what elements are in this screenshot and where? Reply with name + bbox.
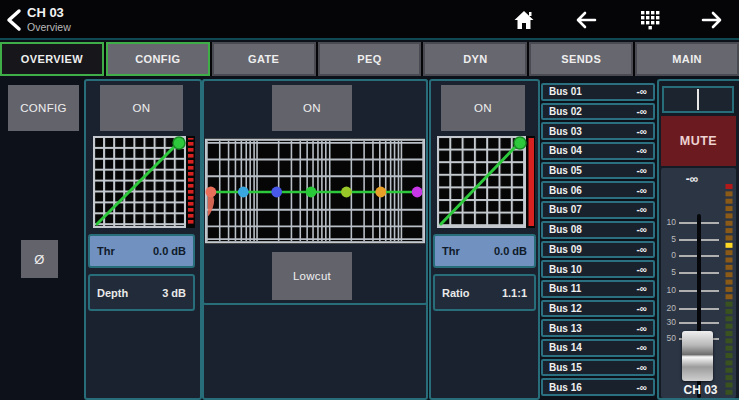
peq-band-4-handle bbox=[306, 187, 317, 198]
channel-title: CH 03 bbox=[27, 5, 64, 20]
scale-label: 20 bbox=[661, 303, 676, 313]
gate-curve-graph[interactable] bbox=[93, 136, 195, 228]
channel-overview-screen: CH 03 Overview OVERVIEW CONFIG GATE PEQ … bbox=[0, 0, 739, 400]
gate-depth-label: Depth bbox=[97, 287, 128, 299]
back-chevron-icon[interactable] bbox=[4, 7, 24, 33]
bus-send-row[interactable]: Bus 14-∞ bbox=[541, 339, 655, 357]
arrow-left-icon[interactable] bbox=[572, 8, 600, 32]
fader-panel: -∞ 10 5 0 5 10 20 30 50 CH 03 bbox=[661, 168, 736, 398]
dyn-threshold-field[interactable]: Thr 0.0 dB bbox=[433, 234, 536, 268]
fader-knob[interactable] bbox=[682, 331, 713, 381]
peq-band-1-handle bbox=[205, 187, 216, 198]
bus-send-row[interactable]: Bus 11-∞ bbox=[541, 280, 655, 298]
peq-on-button[interactable]: ON bbox=[272, 85, 352, 131]
peq-curve-graph[interactable] bbox=[205, 138, 425, 244]
gate-on-button[interactable]: ON bbox=[100, 85, 183, 131]
dyn-meter-strip bbox=[529, 138, 535, 226]
bus-send-row[interactable]: Bus 07-∞ bbox=[541, 201, 655, 219]
gate-meter-strip bbox=[188, 138, 194, 226]
tab-peq[interactable]: PEQ bbox=[318, 42, 422, 76]
main-level-readout: -∞ bbox=[661, 172, 723, 186]
peq-band-3-handle bbox=[271, 187, 282, 198]
home-icon[interactable] bbox=[510, 8, 538, 32]
gate-threshold-label: Thr bbox=[97, 245, 115, 257]
arrow-right-icon[interactable] bbox=[698, 8, 726, 32]
dyn-threshold-value: 0.0 dB bbox=[494, 245, 527, 257]
dialpad-icon[interactable] bbox=[636, 8, 664, 32]
bus-send-row[interactable]: Bus 09-∞ bbox=[541, 241, 655, 259]
bus-send-row[interactable]: Bus 04-∞ bbox=[541, 142, 655, 160]
gate-threshold-field[interactable]: Thr 0.0 dB bbox=[88, 234, 195, 268]
dyn-curve-graph[interactable] bbox=[437, 136, 535, 228]
tab-gate[interactable]: GATE bbox=[212, 42, 316, 76]
bus-send-row[interactable]: Bus 12-∞ bbox=[541, 300, 655, 318]
peq-band-6-handle bbox=[375, 187, 386, 198]
lowcut-button[interactable]: Lowcut bbox=[272, 252, 352, 300]
dyn-ratio-value: 1.1:1 bbox=[502, 287, 527, 299]
tab-main[interactable]: MAIN bbox=[635, 42, 739, 76]
peq-band-7-handle bbox=[412, 187, 423, 198]
page-subtitle: Overview bbox=[27, 21, 71, 33]
dyn-threshold-label: Thr bbox=[442, 245, 460, 257]
bus-send-row[interactable]: Bus 05-∞ bbox=[541, 162, 655, 180]
scale-label: 10 bbox=[661, 217, 676, 227]
tab-overview[interactable]: OVERVIEW bbox=[0, 42, 104, 76]
tab-sends[interactable]: SENDS bbox=[529, 42, 633, 76]
top-bar: CH 03 Overview bbox=[0, 0, 739, 40]
scale-label: 0 bbox=[661, 250, 676, 260]
gate-threshold-value: 0.0 dB bbox=[153, 245, 186, 257]
main-fader-strip: MUTE -∞ 10 5 0 5 10 20 30 50 CH 03 bbox=[657, 79, 739, 400]
bus-send-row[interactable]: Bus 06-∞ bbox=[541, 181, 655, 199]
bus-send-row[interactable]: Bus 02-∞ bbox=[541, 103, 655, 121]
dyn-threshold-handle bbox=[514, 137, 526, 149]
pan-control[interactable] bbox=[662, 86, 734, 113]
bus-send-row[interactable]: Bus 01-∞ bbox=[541, 83, 655, 101]
tab-dyn[interactable]: DYN bbox=[423, 42, 527, 76]
dyn-ratio-field[interactable]: Ratio 1.1:1 bbox=[433, 274, 536, 311]
peq-band-5-handle bbox=[341, 187, 352, 198]
scale-label: 30 bbox=[661, 317, 676, 327]
channel-name-label: CH 03 bbox=[661, 383, 739, 397]
scale-label: 50 bbox=[661, 333, 676, 343]
config-button[interactable]: CONFIG bbox=[8, 85, 79, 131]
sends-bus-list: Bus 01-∞ Bus 02-∞ Bus 03-∞ Bus 04-∞ Bus … bbox=[541, 83, 655, 396]
bus-send-row[interactable]: Bus 10-∞ bbox=[541, 260, 655, 278]
bus-send-row[interactable]: Bus 16-∞ bbox=[541, 378, 655, 396]
gate-depth-field[interactable]: Depth 3 dB bbox=[88, 274, 195, 311]
phase-invert-button[interactable]: Ø bbox=[21, 240, 58, 278]
gate-threshold-handle bbox=[173, 137, 185, 149]
bus-send-row[interactable]: Bus 15-∞ bbox=[541, 359, 655, 377]
bus-send-row[interactable]: Bus 13-∞ bbox=[541, 319, 655, 337]
scale-label: 5 bbox=[661, 234, 676, 244]
dyn-ratio-label: Ratio bbox=[442, 287, 470, 299]
tab-bar: OVERVIEW CONFIG GATE PEQ DYN SENDS MAIN bbox=[0, 42, 739, 76]
tab-config[interactable]: CONFIG bbox=[106, 42, 210, 76]
mute-button[interactable]: MUTE bbox=[661, 116, 736, 166]
bus-send-row[interactable]: Bus 03-∞ bbox=[541, 122, 655, 140]
scale-label: 5 bbox=[661, 267, 676, 277]
bus-send-row[interactable]: Bus 08-∞ bbox=[541, 221, 655, 239]
dyn-on-button[interactable]: ON bbox=[441, 85, 525, 131]
pan-center-indicator bbox=[697, 89, 699, 110]
scale-label: 10 bbox=[661, 285, 676, 295]
gate-depth-value: 3 dB bbox=[162, 287, 186, 299]
peq-band-2-handle bbox=[238, 187, 249, 198]
main-level-meter bbox=[725, 184, 733, 398]
